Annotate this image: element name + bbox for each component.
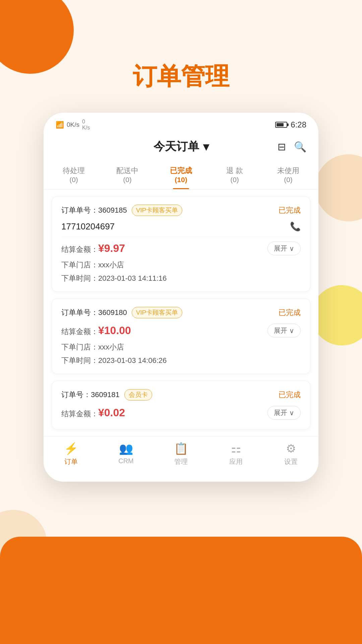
amount-label-2: 结算金额：¥10.00 [61,324,131,337]
filter-icon[interactable]: ⊟ [278,141,286,153]
order-card-2: 订单单号：3609180 VIP卡顾客买单 已完成 结算金额：¥10.00 展开… [52,299,310,374]
header-title-text: 今天订单 [154,139,199,154]
tab-unused-count: (0) [261,176,315,184]
tab-unused[interactable]: 未使用 (0) [261,161,315,189]
amount-label-1: 结算金额：¥9.97 [61,242,125,255]
order-status-2: 已完成 [279,308,301,318]
phone-mockup: 📶 0K/s 0K/s 6:28 今天订单 ▾ ⊟ 🔍 待处理 (0) 配送中 [44,113,318,482]
order-time-row-2: 下单时间：2023-01-03 14:06:26 [61,356,301,366]
order-store-row-1: 下单门店：xxx小店 [61,260,301,270]
apps-icon: ⚏ [231,442,241,455]
nav-item-crm[interactable]: 👥 CRM [99,442,154,466]
order-card-3: 订单号：3609181 会员卡 已完成 结算金额：¥0.02 展开 ∨ [52,381,310,429]
bg-decoration-orange-bottom [0,537,362,644]
nav-item-apps[interactable]: ⚏ 应用 [208,442,263,466]
order-status-1: 已完成 [279,205,301,215]
order-amount-row-2: 结算金额：¥10.00 展开 ∨ [61,324,301,337]
clock: 6:28 [291,120,306,129]
bottom-nav: ⚡ 订单 👥 CRM 📋 管理 ⚏ 应用 ⚙ 设置 [44,436,318,474]
manage-nav-label: 管理 [174,457,188,466]
wifi-icon: 0K/s [67,121,79,128]
crm-icon: 👥 [119,442,133,455]
bg-decoration-circle-right [315,154,362,221]
member-badge-3: 会员卡 [124,389,152,400]
amount-value-1: ¥9.97 [98,242,125,254]
order-store-row-2: 下单门店：xxx小店 [61,342,301,352]
tab-completed-label: 已完成 [170,166,192,175]
order-amount-row-1: 结算金额：¥9.97 展开 ∨ [61,241,301,255]
expand-btn-1[interactable]: 展开 ∨ [267,241,301,255]
tab-unused-label: 未使用 [277,166,299,175]
battery-icon [275,122,287,128]
order-header-1: 订单单号：3609185 VIP卡顾客买单 已完成 [61,205,301,216]
vip-badge-1: VIP卡顾客买单 [132,205,183,216]
order-phone-row-1: 17710204697 📞 [61,221,301,237]
tab-pending[interactable]: 待处理 (0) [47,161,101,189]
nav-item-manage[interactable]: 📋 管理 [154,442,208,466]
tab-pending-label: 待处理 [63,166,85,175]
chevron-down-icon-1: ∨ [289,245,294,253]
order-number-label-2: 订单单号：3609180 [61,308,127,318]
tab-completed[interactable]: 已完成 (10) [154,161,208,189]
order-header-2: 订单单号：3609180 VIP卡顾客买单 已完成 [61,307,301,318]
order-number-label-1: 订单单号：3609185 [61,205,127,215]
order-phone-1: 17710204697 [61,221,115,232]
order-card-1: 订单单号：3609185 VIP卡顾客买单 已完成 17710204697 📞 … [52,196,310,292]
signal-icon: 📶 [56,121,64,129]
order-amount-row-3: 结算金额：¥0.02 展开 ∨ [61,406,301,420]
app-header: 今天订单 ▾ ⊟ 🔍 [44,133,318,161]
tabs-bar: 待处理 (0) 配送中 (0) 已完成 (10) 退 款 (0) 未使用 (0) [44,161,318,190]
order-list: 订单单号：3609185 VIP卡顾客买单 已完成 17710204697 📞 … [44,190,318,436]
manage-icon: 📋 [174,442,188,455]
phone-call-icon-1[interactable]: 📞 [290,221,301,232]
header-dropdown-icon: ▾ [203,140,209,153]
orders-nav-label: 订单 [64,457,78,466]
tab-refund[interactable]: 退 款 (0) [208,161,261,189]
settings-nav-label: 设置 [284,457,298,466]
order-time-row-1: 下单时间：2023-01-03 14:11:16 [61,273,301,283]
tab-pending-count: (0) [47,176,101,184]
network-speed: 0K/s [82,119,90,131]
orders-icon: ⚡ [64,442,78,455]
nav-item-orders[interactable]: ⚡ 订单 [44,442,99,466]
order-status-3: 已完成 [279,390,301,400]
tab-refund-count: (0) [208,176,261,184]
header-title-group[interactable]: 今天订单 ▾ [154,139,209,154]
tab-completed-count: (10) [154,176,208,184]
settings-icon: ⚙ [286,442,296,455]
chevron-down-icon-2: ∨ [289,327,294,335]
crm-nav-label: CRM [118,457,134,465]
tab-refund-label: 退 款 [226,166,243,175]
order-header-3: 订单号：3609181 会员卡 已完成 [61,389,301,400]
search-icon[interactable]: 🔍 [294,141,306,153]
order-number-label-3: 订单号：3609181 [61,390,120,400]
amount-value-2: ¥10.00 [98,324,131,336]
apps-nav-label: 应用 [229,457,243,466]
expand-label-2: 展开 [274,326,287,335]
status-icons-left: 📶 0K/s 0K/s [56,119,90,131]
expand-btn-2[interactable]: 展开 ∨ [267,324,301,337]
expand-label-3: 展开 [274,408,287,417]
header-actions: ⊟ 🔍 [278,141,306,153]
tab-delivering-label: 配送中 [116,166,138,175]
bg-decoration-circle-yellow [312,285,362,345]
amount-value-3: ¥0.02 [98,407,125,419]
tab-delivering-count: (0) [101,176,154,184]
expand-label-1: 展开 [274,244,287,253]
page-title: 订单管理 [0,0,362,113]
amount-label-3: 结算金额：¥0.02 [61,407,125,419]
nav-item-settings[interactable]: ⚙ 设置 [263,442,318,466]
expand-btn-3[interactable]: 展开 ∨ [267,406,301,420]
chevron-down-icon-3: ∨ [289,409,294,417]
status-bar: 📶 0K/s 0K/s 6:28 [44,113,318,133]
vip-badge-2: VIP卡顾客买单 [132,307,183,318]
tab-delivering[interactable]: 配送中 (0) [101,161,154,189]
status-icons-right: 6:28 [275,120,306,129]
